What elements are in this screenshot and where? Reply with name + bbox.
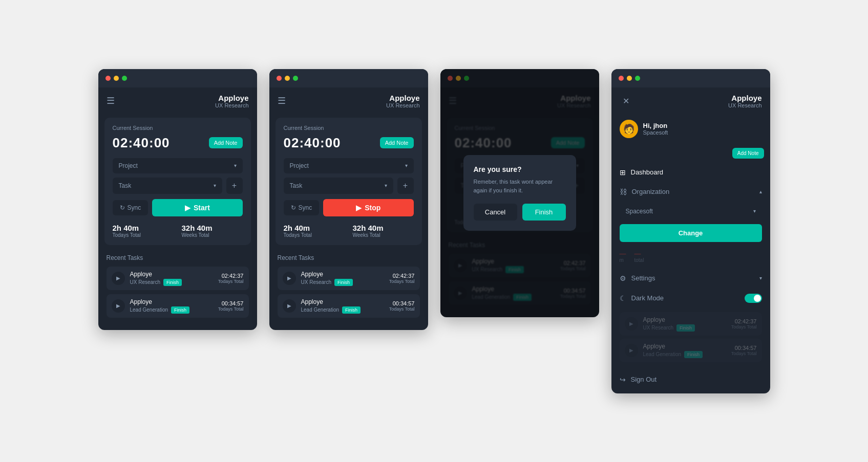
traffic-light-yellow-4[interactable] [627,76,632,81]
task-time-label-2-1: Todays Total [389,279,415,284]
close-icon-4: ✕ [623,96,629,106]
stop-button-2[interactable]: ▶ Stop [323,199,413,216]
sidebar-task-meta-2: Lead Generation Finish [643,351,726,358]
change-org-button[interactable]: Change [620,224,762,242]
play-task-2-2[interactable]: ▶ [283,299,296,313]
sidebar-time-label-1: Todays Total [731,324,757,329]
app-name-1: Apploye [215,94,248,102]
dashboard-icon: ⊞ [620,168,626,177]
task-time-1-1: 02:42:37 [218,273,244,279]
finish-button[interactable]: Finish [522,204,566,221]
start-button-1[interactable]: ▶ Start [152,199,242,216]
task-name-1-2: Apploye [130,298,213,305]
task-time-label-1-1: Todays Total [218,279,244,284]
project-label-1: Project [119,162,138,169]
organization-label: Organization [632,188,754,195]
task-time-label-1-2: Todays Total [218,306,244,312]
add-task-button-1[interactable]: + [226,178,243,194]
recent-tasks-title-2: Recent Tasks [278,254,420,261]
nav-item-settings[interactable]: ⚙ Settings ▾ [611,269,770,288]
app-subtitle-4: UX Research [728,102,761,108]
close-sidebar-button[interactable]: ✕ [620,94,633,107]
finish-badge-1-1: Finish [163,279,182,286]
add-note-sidebar[interactable]: Add Note [732,148,764,159]
confirm-modal: Are you sure? Remeber, this task wont ap… [463,155,576,231]
finish-badge-2-1: Finish [334,279,353,286]
task-time-2-1: 02:42:37 [389,273,415,279]
play-task-1-1[interactable]: ▶ [112,272,125,285]
session-label-1: Current Session [113,125,243,131]
task-dropdown-1[interactable]: Task ▾ [113,178,222,194]
todays-total-1: 2h 40m Todays Total [113,224,174,238]
add-note-button-2[interactable]: Add Note [380,137,414,148]
sync-button-2[interactable]: ↻ Sync [284,200,320,215]
sidebar-panel: 🧑 Hi, jhon Spacesoft Add Note ⊞ Dashboar… [611,114,770,393]
traffic-light-green-2[interactable] [293,76,298,81]
sidebar-task-meta-1: UX Research Finish [643,324,726,332]
project-label-2: Project [290,162,309,169]
settings-icon: ⚙ [620,274,626,282]
sync-icon-1: ↻ [120,204,125,211]
sync-button-1[interactable]: ↻ Sync [113,200,149,215]
session-time-row-2: 02:40:00 Add Note [284,135,414,151]
sign-out-icon: ↪ [620,376,626,384]
settings-label: Settings [631,274,754,282]
task-category-2-1: UX Research [301,279,331,285]
settings-arrow: ▾ [759,275,762,281]
traffic-light-green-4[interactable] [635,76,640,81]
project-dropdown-1[interactable]: Project ▾ [113,158,243,173]
user-company: Spacesoft [643,129,668,136]
project-arrow-1: ▾ [234,163,237,168]
menu-icon-2[interactable]: ☰ [278,95,286,106]
project-dropdown-2[interactable]: Project ▾ [284,158,414,173]
start-label-1: Start [194,204,210,212]
play-task-1-2[interactable]: ▶ [112,299,125,313]
traffic-light-yellow-2[interactable] [285,76,290,81]
traffic-light-yellow-1[interactable] [114,76,119,81]
add-task-button-2[interactable]: + [397,178,414,194]
app-content-1: ☰ Apploye UX Research Current Session 02… [98,87,257,330]
traffic-light-green-1[interactable] [122,76,127,81]
org-dropdown[interactable]: Spacesoft ▾ [620,204,762,219]
sidebar-badge-2: Finish [684,351,703,358]
task-dropdown-2[interactable]: Task ▾ [284,178,393,194]
nav-item-signout[interactable]: ↪ Sign Out [611,370,770,389]
task-row-2: Task ▾ + [284,178,414,194]
app-header-2: ☰ Apploye UX Research [269,87,428,114]
sidebar-stat-value-1: — [620,250,626,257]
dark-mode-row: ☾ Dark Mode [611,288,770,309]
sidebar-stat-1: — m [620,250,626,263]
traffic-light-red-1[interactable] [105,76,111,81]
sign-out-label: Sign Out [631,376,657,383]
task-arrow-1: ▾ [214,183,216,188]
task-item-1-1: ▶ Apploye UX Research Finish 02:42:37 To… [107,267,249,290]
nav-item-organization[interactable]: ⛓ Organization ▴ [611,182,770,202]
task-meta-2-2: Lead Generation Finish [301,306,384,314]
dark-mode-toggle[interactable] [745,294,762,303]
nav-item-dashboard[interactable]: ⊞ Dashboard [611,163,770,182]
app-title-block-2: Apploye UX Research [386,94,419,108]
task-info-2-2: Apploye Lead Generation Finish [301,298,384,314]
play-task-2-1[interactable]: ▶ [283,272,296,285]
dark-mode-icon: ☾ [620,294,626,302]
add-note-button-1[interactable]: Add Note [209,137,243,148]
task-info-1-1: Apploye UX Research Finish [130,271,213,286]
screenshots-container: ☰ Apploye UX Research Current Session 02… [98,69,770,393]
task-info-2-1: Apploye UX Research Finish [301,271,384,286]
traffic-light-red-2[interactable] [277,76,282,81]
org-arrow: ▴ [759,189,762,194]
stop-icon-2: ▶ [356,204,362,212]
recent-tasks-1: Recent Tasks ▶ Apploye UX Research Finis… [98,249,257,330]
cancel-button[interactable]: Cancel [474,204,517,221]
menu-icon-1[interactable]: ☰ [107,95,115,106]
task-name-1-1: Apploye [130,271,213,278]
traffic-light-red-4[interactable] [619,76,624,81]
task-row-1: Task ▾ + [113,178,243,194]
user-name: Hi, jhon [643,122,668,129]
stats-row-1: 2h 40m Todays Total 32h 40m Weeks Total [113,224,243,238]
sidebar-task-info-1: Apploye UX Research Finish [643,316,726,332]
sidebar-cat-2: Lead Generation [643,351,682,357]
window-3: ☰ Apploye UX Research Current Session 02… [440,69,599,317]
task-meta-1-2: Lead Generation Finish [130,306,213,314]
task-meta-2-1: UX Research Finish [301,279,384,286]
